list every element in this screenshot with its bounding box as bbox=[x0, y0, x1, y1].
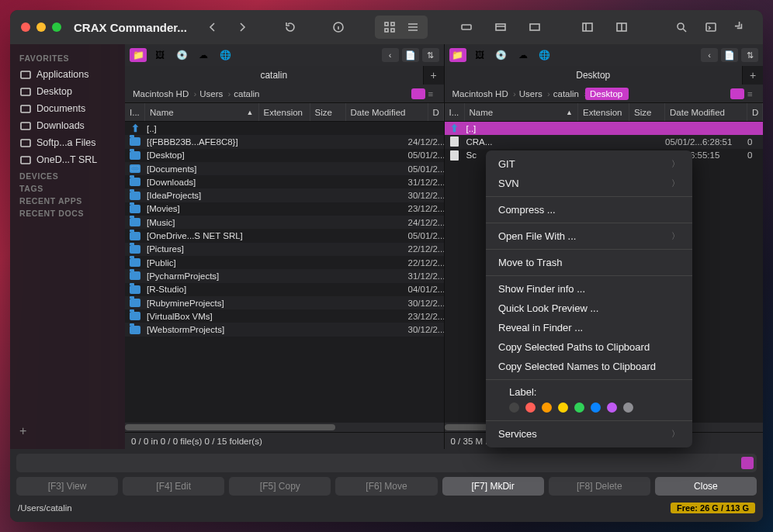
f4-edit-button[interactable]: [F4] Edit bbox=[123, 477, 224, 496]
header-date[interactable]: Date Modified bbox=[346, 103, 428, 121]
label-color-swatch[interactable] bbox=[558, 402, 568, 413]
label-color-swatch[interactable] bbox=[607, 402, 617, 413]
breadcrumb-segment[interactable]: Macintosh HD bbox=[448, 88, 515, 100]
context-menu-item[interactable]: GIT〉 bbox=[486, 154, 692, 174]
header-icon[interactable]: I... bbox=[125, 103, 145, 121]
terminal-button[interactable] bbox=[699, 17, 723, 37]
nav-forward-button[interactable] bbox=[231, 17, 254, 37]
search-button[interactable] bbox=[670, 17, 693, 37]
crumb-list-icon[interactable]: ≡ bbox=[747, 88, 760, 99]
context-menu-item[interactable]: Quick Look Preview ... bbox=[486, 299, 692, 318]
table-row[interactable]: [R-Studio]04/01/2...:54:4004 bbox=[125, 283, 444, 296]
context-menu-item[interactable]: Copy Selected Names to Clipboard bbox=[486, 357, 692, 376]
table-row[interactable]: [Music]24/12/2...9:32:2822 bbox=[125, 216, 444, 229]
table-row[interactable]: [{FBBB23B...AFE8C8}]24/12/2...:40:2724 bbox=[125, 135, 444, 148]
label-color-swatch[interactable] bbox=[525, 402, 536, 413]
layout-button-a[interactable] bbox=[574, 17, 601, 37]
header-extension[interactable]: Extension bbox=[259, 103, 310, 121]
sidebar-item[interactable]: Downloads bbox=[15, 117, 120, 134]
header-size[interactable]: Size bbox=[310, 103, 346, 121]
context-menu-item[interactable]: Compress ... bbox=[486, 200, 692, 219]
table-row[interactable]: CRA...05/01/2...6:28:510 bbox=[445, 135, 764, 148]
table-row[interactable]: [Pictures]22/12/2...:05:0922 bbox=[125, 243, 444, 256]
grid-view-button[interactable] bbox=[378, 17, 401, 37]
table-row[interactable]: [WebstormProjects]30/12/2...4:57:3230 bbox=[125, 323, 444, 336]
table-row[interactable]: [IdeaProjects]30/12/2...7:50:2730 bbox=[125, 188, 444, 202]
sidebar-item[interactable]: Documents bbox=[15, 100, 120, 117]
close-button[interactable]: Close bbox=[655, 477, 757, 496]
breadcrumb-segment[interactable]: catalin bbox=[229, 88, 265, 100]
header-d[interactable]: D bbox=[747, 103, 763, 121]
f8-delete-button[interactable]: [F8] Delete bbox=[549, 477, 650, 496]
sidebar-item[interactable]: Softp...a Files bbox=[15, 134, 120, 151]
sidebar-item[interactable]: Desktop bbox=[15, 83, 120, 100]
reload-button[interactable] bbox=[279, 17, 302, 37]
drive-icon[interactable]: 📁 bbox=[130, 48, 147, 62]
breadcrumb-segment[interactable]: Desktop bbox=[585, 88, 629, 100]
panel-file-button[interactable]: 📄 bbox=[721, 48, 738, 62]
table-row[interactable]: [Public]22/12/2...9:33:5122 bbox=[125, 256, 444, 269]
sidebar-item[interactable]: Applications bbox=[15, 66, 120, 83]
drive-icon[interactable]: 📁 bbox=[449, 48, 466, 62]
panel-back-button[interactable]: ‹ bbox=[382, 48, 399, 62]
sidebar-item[interactable]: OneD...T SRL bbox=[15, 151, 120, 168]
scrollbar-thumb[interactable] bbox=[125, 424, 335, 430]
network-icon[interactable]: ☁ bbox=[195, 48, 212, 62]
label-color-swatch[interactable] bbox=[623, 402, 633, 413]
context-menu-item[interactable]: SVN〉 bbox=[486, 174, 692, 193]
header-d[interactable]: D bbox=[428, 103, 444, 121]
header-name[interactable]: Name▲ bbox=[465, 103, 579, 121]
f7-mkdir-button[interactable]: [F7] MkDir bbox=[442, 477, 544, 496]
toolbar-button-b[interactable] bbox=[487, 17, 515, 37]
table-row[interactable]: [Movies]23/12/2...7:26:3522 bbox=[125, 202, 444, 216]
close-window-button[interactable] bbox=[21, 22, 30, 32]
add-tab-button[interactable]: + bbox=[424, 66, 444, 85]
minimize-window-button[interactable] bbox=[36, 22, 46, 32]
toolbar-button-a[interactable] bbox=[452, 17, 480, 37]
breadcrumb-segment[interactable]: Users bbox=[515, 88, 549, 100]
label-color-swatch[interactable] bbox=[574, 402, 584, 413]
label-color-swatch[interactable] bbox=[509, 402, 519, 413]
f5-copy-button[interactable]: [F5] Copy bbox=[229, 477, 331, 496]
overflow-button[interactable] bbox=[729, 17, 752, 37]
header-icon[interactable]: I... bbox=[445, 103, 465, 121]
toolbar-button-c[interactable] bbox=[521, 17, 549, 37]
panel-back-button[interactable]: ‹ bbox=[701, 48, 718, 62]
table-row[interactable]: [OneDrive...S NET SRL]05/01/2...:22:2222 bbox=[125, 229, 444, 242]
scrollbar-track[interactable] bbox=[125, 423, 444, 432]
table-row[interactable]: [VirtualBox VMs]23/12/2...2:46:2123 bbox=[125, 309, 444, 323]
label-color-swatch[interactable] bbox=[542, 402, 552, 413]
globe-icon[interactable]: 🌐 bbox=[217, 48, 234, 62]
pictures-icon[interactable]: 🖼 bbox=[471, 48, 488, 62]
file-list[interactable]: ⬆[..][{FBBB23B...AFE8C8}]24/12/2...:40:2… bbox=[125, 122, 444, 432]
breadcrumb-segment[interactable]: Macintosh HD bbox=[128, 88, 195, 100]
zoom-window-button[interactable] bbox=[52, 22, 61, 32]
table-row[interactable]: [Downloads]31/12/2...:40:1122 bbox=[125, 175, 444, 188]
breadcrumb-segment[interactable]: Users bbox=[195, 88, 229, 100]
table-row[interactable]: [PycharmProjects]31/12/2...5:59:4131 bbox=[125, 269, 444, 282]
panel-sort-button[interactable]: ⇅ bbox=[422, 48, 439, 62]
tab[interactable]: catalin bbox=[125, 66, 424, 85]
crumb-color-icon[interactable] bbox=[411, 88, 425, 99]
globe-icon[interactable]: 🌐 bbox=[536, 48, 553, 62]
context-menu-item[interactable]: Services〉 bbox=[486, 424, 692, 444]
label-color-swatch[interactable] bbox=[591, 402, 601, 413]
header-name[interactable]: Name▲ bbox=[145, 103, 259, 121]
context-menu-item[interactable]: Move to Trash bbox=[486, 253, 692, 272]
header-size[interactable]: Size bbox=[629, 103, 665, 121]
crumb-color-icon[interactable] bbox=[730, 88, 744, 99]
breadcrumb-segment[interactable]: catalin bbox=[549, 88, 585, 100]
header-date[interactable]: Date Modified bbox=[665, 103, 747, 121]
pictures-icon[interactable]: 🖼 bbox=[151, 48, 168, 62]
layout-button-b[interactable] bbox=[608, 17, 636, 37]
table-row[interactable]: [RubymineProjects]30/12/2...7:16:0530 bbox=[125, 296, 444, 309]
context-menu-item[interactable]: Open File With ...〉 bbox=[486, 226, 692, 246]
context-menu-item[interactable]: Reveal in Finder ... bbox=[486, 318, 692, 337]
header-extension[interactable]: Extension bbox=[578, 103, 629, 121]
table-row[interactable]: ⬆[..] bbox=[445, 122, 764, 135]
command-input[interactable] bbox=[16, 454, 757, 472]
tab[interactable]: Desktop bbox=[445, 66, 744, 85]
disk-icon[interactable]: 💿 bbox=[493, 48, 510, 62]
f6-move-button[interactable]: [F6] Move bbox=[335, 477, 437, 496]
f3-view-button[interactable]: [F3] View bbox=[16, 477, 118, 496]
